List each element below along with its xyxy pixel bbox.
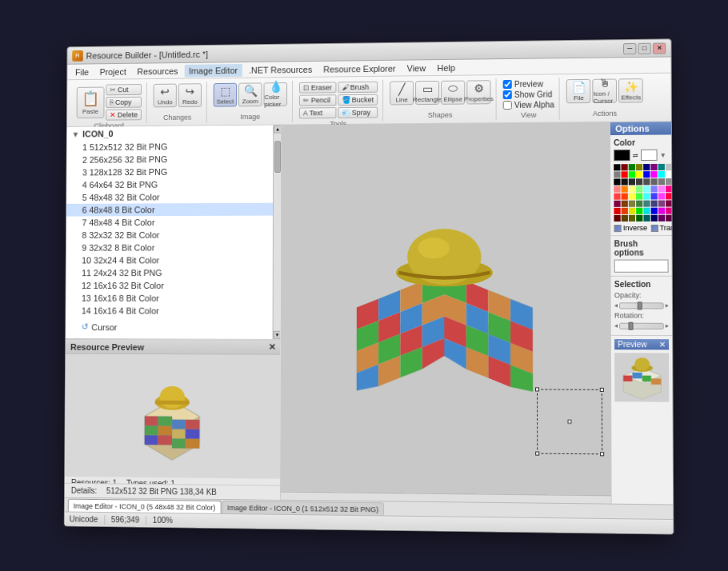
inverse-checkbox[interactable]	[614, 225, 622, 232]
palette-color-cell[interactable]	[650, 178, 657, 185]
undo-button[interactable]: ↩ Undo	[154, 83, 177, 107]
selection-handle-tr[interactable]	[600, 388, 604, 392]
select-button[interactable]: ⬚ Select	[214, 82, 238, 106]
menu-net-resources[interactable]: .NET Resources	[244, 62, 317, 76]
color-picker-button[interactable]: 💧 Color picker	[264, 82, 288, 106]
menu-image-editor[interactable]: Image Editor	[184, 64, 242, 78]
palette-color-cell[interactable]	[622, 208, 628, 214]
tree-item-3[interactable]: 3 128x128 32 Bit PNG	[67, 165, 281, 178]
view-alpha-checkbox[interactable]: View Alpha	[503, 100, 554, 110]
palette-color-cell[interactable]	[622, 194, 628, 200]
opacity-left-arrow[interactable]: ◂	[614, 301, 618, 309]
scrollbar-down-button[interactable]: ▼	[274, 331, 282, 339]
palette-color-cell[interactable]	[629, 164, 635, 170]
palette-color-cell[interactable]	[629, 215, 635, 222]
palette-color-cell[interactable]	[636, 164, 642, 170]
palette-color-cell[interactable]	[658, 215, 665, 222]
palette-color-cell[interactable]	[651, 208, 658, 214]
icon-cursor-button[interactable]: 🖱 Icon / Cursor	[593, 78, 618, 102]
palette-color-cell[interactable]	[622, 186, 628, 192]
ellipse-button[interactable]: ⬭ Ellipse	[441, 80, 465, 104]
palette-color-cell[interactable]	[666, 164, 672, 170]
tree-root-item[interactable]: ▼ ICON_0	[67, 126, 281, 142]
rectangle-button[interactable]: ▭ Rectangle	[415, 80, 439, 104]
opacity-slider-thumb[interactable]	[637, 301, 642, 309]
tree-item-8[interactable]: 8 32x32 32 Bit Color	[66, 228, 281, 242]
palette-color-cell[interactable]	[666, 200, 672, 206]
palette-color-cell[interactable]	[651, 200, 658, 206]
line-button[interactable]: ╱ Line	[390, 81, 414, 105]
rotation-slider-track[interactable]	[619, 322, 664, 329]
palette-color-cell[interactable]	[643, 164, 650, 170]
palette-color-cell[interactable]	[636, 171, 642, 178]
opacity-slider-track[interactable]	[619, 302, 664, 309]
palette-color-cell[interactable]	[614, 208, 620, 214]
menu-help[interactable]: Help	[432, 61, 460, 74]
preview-checkbox[interactable]: Preview	[503, 79, 554, 89]
palette-color-cell[interactable]	[622, 178, 628, 185]
palette-color-cell[interactable]	[629, 186, 635, 192]
effects-button[interactable]: ✨ Effects	[618, 78, 643, 103]
tree-toggle-icon[interactable]: ▼	[72, 130, 80, 138]
palette-color-cell[interactable]	[643, 178, 650, 185]
palette-color-cell[interactable]	[658, 171, 665, 178]
palette-color-cell[interactable]	[666, 178, 672, 185]
mini-preview-close[interactable]: ✕	[659, 340, 666, 349]
palette-color-cell[interactable]	[651, 193, 658, 199]
text-button[interactable]: A Text	[299, 107, 336, 118]
color-dropdown-icon[interactable]: ▼	[660, 151, 666, 158]
palette-color-cell[interactable]	[614, 201, 620, 207]
palette-color-cell[interactable]	[650, 164, 657, 170]
palette-color-cell[interactable]	[614, 164, 620, 170]
show-grid-checkbox[interactable]: Show Grid	[503, 90, 554, 99]
minimize-button[interactable]: ─	[623, 42, 636, 54]
palette-color-cell[interactable]	[651, 215, 658, 222]
tree-item-4[interactable]: 4 64x64 32 Bit PNG	[66, 178, 281, 191]
palette-color-cell[interactable]	[658, 178, 665, 185]
palette-color-cell[interactable]	[629, 194, 635, 200]
menu-project[interactable]: Project	[95, 65, 131, 78]
spray-button[interactable]: 💨 Spray	[338, 106, 378, 118]
palette-color-cell[interactable]	[643, 215, 650, 222]
file-action-button[interactable]: 📄 File	[566, 78, 591, 102]
palette-color-cell[interactable]	[658, 186, 665, 192]
palette-color-cell[interactable]	[658, 200, 665, 206]
palette-color-cell[interactable]	[629, 178, 635, 185]
palette-color-cell[interactable]	[650, 171, 657, 178]
brush-input-field[interactable]	[614, 259, 669, 272]
palette-color-cell[interactable]	[622, 215, 628, 222]
palette-color-cell[interactable]	[636, 178, 642, 185]
properties-button[interactable]: ⚙ Properties	[466, 80, 490, 104]
palette-color-cell[interactable]	[629, 208, 635, 214]
tree-item-12[interactable]: 12 16x16 32 Bit Color	[66, 279, 281, 292]
tree-item-10[interactable]: 10 32x24 4 Bit Color	[66, 254, 281, 266]
palette-color-cell[interactable]	[651, 186, 658, 192]
menu-view[interactable]: View	[402, 62, 431, 74]
tree-item-5[interactable]: 5 48x48 32 Bit Color	[66, 190, 281, 204]
close-button[interactable]: ✕	[653, 42, 666, 54]
palette-color-cell[interactable]	[643, 201, 650, 207]
palette-color-cell[interactable]	[636, 186, 642, 192]
rotation-left-arrow[interactable]: ◂	[614, 322, 618, 329]
maximize-button[interactable]: □	[638, 42, 650, 54]
tree-scrollbar[interactable]: ▲ ▼	[273, 126, 282, 339]
eraser-button[interactable]: ⊡ Eraser	[299, 82, 336, 93]
tree-item-7[interactable]: 7 48x48 4 Bit Color	[66, 216, 281, 230]
palette-color-cell[interactable]	[622, 201, 628, 207]
tree-item-9[interactable]: 9 32x32 8 Bit Color	[66, 241, 281, 254]
palette-color-cell[interactable]	[621, 171, 627, 178]
palette-color-cell[interactable]	[643, 186, 650, 192]
palette-color-cell[interactable]	[666, 208, 672, 214]
palette-color-cell[interactable]	[621, 164, 627, 170]
palette-color-cell[interactable]	[666, 186, 672, 192]
palette-color-cell[interactable]	[666, 215, 672, 222]
palette-color-cell[interactable]	[629, 171, 635, 178]
palette-color-cell[interactable]	[643, 171, 650, 178]
palette-color-cell[interactable]	[658, 164, 665, 170]
palette-color-cell[interactable]	[666, 193, 672, 199]
palette-color-cell[interactable]	[614, 194, 620, 200]
palette-color-cell[interactable]	[614, 171, 620, 178]
palette-color-cell[interactable]	[636, 201, 642, 207]
palette-color-cell[interactable]	[643, 193, 650, 199]
menu-resource-explorer[interactable]: Resource Explorer	[318, 62, 401, 75]
